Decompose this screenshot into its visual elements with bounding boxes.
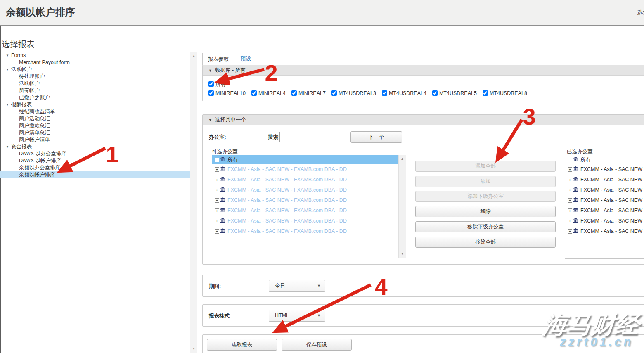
scroll-down-icon[interactable]: ▼: [190, 346, 197, 352]
expand-icon[interactable]: +: [215, 229, 219, 234]
office-list-item[interactable]: +FXCMM - Asia - SAC NEW - FXAMB.com DBA …: [212, 185, 406, 195]
dropdown-arrow-icon: ▼: [317, 280, 321, 291]
office-name: FXCMM - Asia - SAC NEW - FXAMB.com DBA -…: [227, 228, 347, 234]
transfer-button-5[interactable]: 移除下级办公室: [415, 221, 556, 232]
period-dropdown[interactable]: 今日 ▼: [269, 280, 325, 292]
selected-offices-list: −所有+FXCMM - Asia - SAC NEW - FXAMB.com D…: [565, 155, 644, 259]
tree-group[interactable]: ▼报酬报表: [0, 101, 190, 108]
tree-item[interactable]: 商户清单总汇: [0, 129, 190, 136]
collapse-icon[interactable]: −: [215, 158, 219, 162]
office-list-item[interactable]: +FXCMM - Asia - SAC NEW - FXAMB.com DBA …: [565, 175, 644, 185]
office-root-label: 所有: [227, 157, 238, 163]
tree-group-label: 报酬报表: [11, 102, 32, 107]
load-report-button[interactable]: 读取报表: [207, 339, 277, 351]
expand-icon[interactable]: +: [568, 167, 572, 172]
bank-icon: [220, 228, 225, 233]
tab-report-parameters[interactable]: 报表参数: [202, 53, 234, 65]
tab-presets[interactable]: 预设: [241, 55, 251, 62]
format-label: 报表格式:: [209, 313, 231, 320]
bank-icon: [573, 228, 578, 233]
transfer-button-1: 添加全部: [415, 161, 556, 172]
tree-item[interactable]: 待处理账户: [0, 73, 190, 80]
database-checkbox-label: MT4USDREAL3: [331, 90, 376, 96]
office-list-item[interactable]: +FXCMM - Asia - SAC NEW - FXAMB.com DBA …: [565, 164, 644, 175]
office-section-header[interactable]: ▼选择其中一个: [203, 115, 644, 125]
tree-item[interactable]: 已撤户之账户: [0, 94, 190, 101]
header-bar: 余额以帐户排序 选择: [0, 0, 644, 25]
office-list-item[interactable]: +FXCMM - Asia - SAC NEW - FXAMB.com DBA …: [212, 226, 406, 237]
expand-icon[interactable]: +: [215, 178, 219, 182]
database-checkbox[interactable]: [208, 90, 214, 96]
expand-icon[interactable]: +: [568, 188, 572, 192]
office-list-item[interactable]: +FXCMM - Asia - SAC NEW - FXAMB.com DBA …: [212, 164, 406, 175]
expand-icon[interactable]: +: [568, 208, 572, 213]
office-label: 办公室:: [209, 134, 226, 141]
tree-item-label: 商户帐户清单: [19, 137, 50, 142]
office-tree-root[interactable]: −所有: [212, 155, 406, 164]
tree-item[interactable]: 所有帐户: [0, 87, 190, 94]
tree-group[interactable]: ▼资金报表: [0, 143, 190, 150]
transfer-button-3: 添加下级办公室: [415, 191, 556, 202]
tree-item[interactable]: 活跃帐户: [0, 80, 190, 87]
database-checkbox[interactable]: [432, 90, 438, 96]
office-list-item[interactable]: +FXCMM - Asia - SAC NEW - FXAMB.com DBA …: [212, 206, 406, 216]
tree-group-label: 资金报表: [11, 144, 32, 149]
database-checkbox[interactable]: [483, 90, 488, 96]
expand-icon[interactable]: +: [215, 188, 219, 192]
database-checkbox[interactable]: [291, 90, 297, 96]
office-list-item[interactable]: +FXCMM - Asia - SAC NEW - FXAMB.com DBA …: [212, 195, 406, 206]
database-checkbox[interactable]: [251, 90, 257, 96]
office-name: FXCMM - Asia - SAC NEW - FXAMB.com DBA -…: [580, 177, 644, 182]
tree-item[interactable]: D/W/X 以办公室排序: [0, 150, 190, 157]
search-input[interactable]: [279, 132, 343, 142]
tree-item[interactable]: 商户活动总汇: [0, 115, 190, 122]
database-checkbox[interactable]: [331, 90, 337, 96]
next-button[interactable]: 下一个: [350, 131, 402, 143]
office-list-item[interactable]: +FXCMM - Asia - SAC NEW - FXAMB.com DBA …: [212, 216, 406, 226]
tree-item[interactable]: 余额以帐户排序: [0, 171, 190, 178]
expand-icon[interactable]: +: [215, 219, 219, 223]
select-all-checkbox[interactable]: [208, 81, 214, 87]
scroll-up-icon[interactable]: ▲: [190, 53, 197, 59]
format-dropdown[interactable]: HTML ▼: [269, 310, 325, 322]
transfer-button-4[interactable]: 移除: [415, 206, 556, 217]
expand-icon[interactable]: +: [215, 167, 219, 172]
tree-item[interactable]: 商户缴款总汇: [0, 122, 190, 129]
office-list-item[interactable]: +FXCMM - Asia - SAC NEW - FXAMB.com DBA …: [565, 185, 644, 195]
tree-item[interactable]: Merchant Payout form: [0, 59, 190, 66]
expand-icon[interactable]: +: [568, 219, 572, 223]
header-top-right-text[interactable]: 选择: [637, 9, 644, 17]
database-checkbox[interactable]: [382, 90, 387, 96]
office-list-item[interactable]: +FXCMM - Asia - SAC NEW - FXAMB.com DBA …: [212, 175, 406, 185]
office-list-item[interactable]: +FXCMM - Asia - SAC NEW - FXAMB.com DBA …: [565, 226, 644, 237]
office-tree-root[interactable]: −所有: [565, 155, 644, 164]
collapse-icon[interactable]: −: [568, 158, 572, 162]
tree-group[interactable]: ▼Forms: [0, 52, 190, 59]
format-value: HTML: [275, 313, 289, 318]
tree-item[interactable]: 商户帐户清单: [0, 136, 190, 143]
expand-icon[interactable]: +: [215, 198, 219, 203]
tree-item[interactable]: 余额以办公室排序: [0, 164, 190, 171]
save-preset-button[interactable]: 保存预设: [282, 339, 352, 351]
office-list-item[interactable]: +FXCMM - Asia - SAC NEW - FXAMB.com DBA …: [565, 206, 644, 216]
dropdown-arrow-icon: ▼: [317, 310, 321, 321]
section-heading: 选择报表: [2, 39, 35, 50]
office-name: FXCMM - Asia - SAC NEW - FXAMB.com DBA -…: [580, 208, 644, 213]
office-name: FXCMM - Asia - SAC NEW - FXAMB.com DBA -…: [227, 218, 347, 224]
transfer-button-6[interactable]: 移除全部: [415, 237, 556, 248]
tree-item[interactable]: 经纪商收益清单: [0, 108, 190, 115]
scroll-up-icon[interactable]: ▲: [399, 156, 406, 162]
scroll-down-icon[interactable]: ▼: [399, 251, 406, 257]
database-name: MINIREAL10: [215, 90, 246, 96]
office-list-item[interactable]: +FXCMM - Asia - SAC NEW - FXAMB.com DBA …: [565, 195, 644, 206]
list-scrollbar[interactable]: ▲ ▼: [398, 155, 406, 258]
expand-icon[interactable]: +: [215, 208, 219, 213]
tree-group[interactable]: ▼活跃帐户: [0, 66, 190, 73]
expand-icon[interactable]: +: [568, 198, 572, 203]
sidebar-scrollbar[interactable]: ▲ ▼: [190, 52, 197, 353]
office-list-item[interactable]: +FXCMM - Asia - SAC NEW - FXAMB.com DBA …: [565, 216, 644, 226]
expand-icon[interactable]: +: [568, 178, 572, 182]
tree-item[interactable]: D/W/X 以帐户排序: [0, 157, 190, 164]
expand-icon[interactable]: +: [568, 229, 572, 234]
database-section-header[interactable]: ▼数据库 - 所有: [203, 65, 644, 76]
